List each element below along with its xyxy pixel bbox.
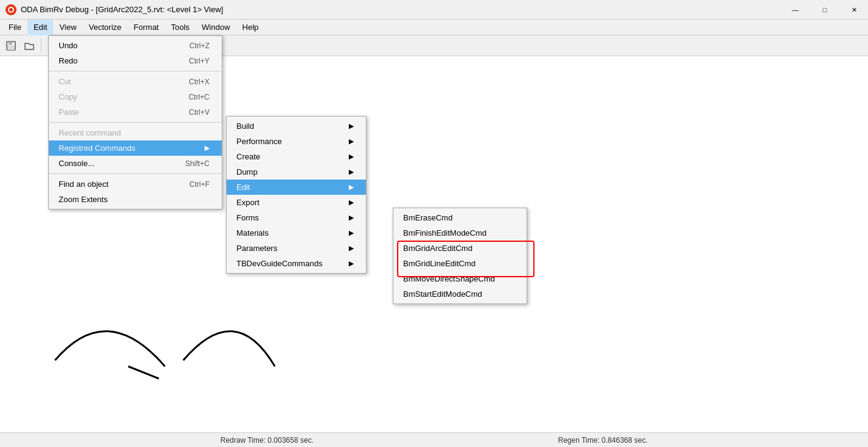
undo-label: Undo [59, 41, 78, 50]
menu-registered-commands[interactable]: Registred Commands ▶ [49, 140, 222, 156]
submenu-export[interactable]: Export ▶ [227, 195, 366, 210]
title-text: ODA BimRv Debug - [GridArc2022_5.rvt: <L… [21, 5, 223, 14]
bmgridarc-label: BmGridArcEditCmd [403, 244, 472, 253]
cmd-bmfinish[interactable]: BmFinishEditModeCmd [393, 225, 527, 241]
export-label: Export [236, 198, 260, 207]
menu-paste: Paste Ctrl+V [49, 104, 222, 120]
materials-arrow: ▶ [349, 229, 354, 237]
svg-line-16 [128, 366, 159, 379]
submenu-dump[interactable]: Dump ▶ [227, 164, 366, 180]
undo-shortcut: Ctrl+Z [189, 42, 210, 50]
toolbar-separator [41, 38, 42, 53]
status-bar: Redraw Time: 0.003658 sec. Regen Time: 0… [0, 432, 868, 447]
menu-bar: File Edit View Vectorize Format Tools Wi… [0, 20, 868, 35]
dump-label: Dump [236, 167, 258, 176]
menu-file[interactable]: File [2, 20, 27, 35]
menu-find-object[interactable]: Find an object Ctrl+F [49, 176, 222, 192]
submenu-build[interactable]: Build ▶ [227, 118, 366, 134]
redo-shortcut: Ctrl+Y [189, 57, 210, 65]
menu-edit[interactable]: Edit [27, 20, 53, 35]
submenu-forms[interactable]: Forms ▶ [227, 210, 366, 225]
menu-tools[interactable]: Tools [165, 20, 195, 35]
submenu-parameters[interactable]: Parameters ▶ [227, 241, 366, 256]
zoom-extents-label: Zoom Extents [59, 195, 108, 204]
performance-arrow: ▶ [349, 137, 354, 145]
copy-label: Copy [59, 92, 77, 101]
create-label: Create [236, 152, 260, 161]
sep2 [49, 122, 222, 123]
svg-rect-5 [7, 46, 15, 50]
cmd-bmgridline[interactable]: BmGridLineEditCmd [393, 256, 527, 271]
tbdevguide-arrow: ▶ [349, 260, 354, 267]
recent-command-label: Recent command [59, 128, 121, 137]
open-button[interactable] [21, 37, 38, 54]
bmmovedirect-label: BmMoveDirectShapeCmd [403, 274, 495, 283]
performance-label: Performance [236, 137, 282, 146]
registered-commands-submenu: Build ▶ Performance ▶ Create ▶ Dump ▶ Ed… [226, 116, 367, 274]
edit-dropdown-menu: Undo Ctrl+Z Redo Ctrl+Y Cut Ctrl+X Copy … [48, 35, 222, 209]
menu-redo[interactable]: Redo Ctrl+Y [49, 53, 222, 68]
cmd-bmstart[interactable]: BmStartEditModeCmd [393, 286, 527, 302]
cmd-bmgridarc[interactable]: BmGridArcEditCmd [393, 241, 527, 256]
bmstart-label: BmStartEditModeCmd [403, 289, 482, 299]
menu-zoom-extents[interactable]: Zoom Extents [49, 192, 222, 207]
title-bar: ODA BimRv Debug - [GridArc2022_5.rvt: <L… [0, 0, 868, 20]
regen-time: Regen Time: 0.846368 sec. [558, 436, 647, 445]
menu-format[interactable]: Format [128, 20, 165, 35]
forms-arrow: ▶ [349, 214, 354, 222]
build-arrow: ▶ [349, 122, 354, 130]
paste-shortcut: Ctrl+V [189, 108, 210, 117]
bmerase-label: BmEraseCmd [403, 213, 453, 222]
console-shortcut: Shift+C [185, 159, 210, 168]
submenu-create[interactable]: Create ▶ [227, 149, 366, 164]
cmd-bmmovedirect[interactable]: BmMoveDirectShapeCmd [393, 271, 527, 286]
cmd-bmerase[interactable]: BmEraseCmd [393, 210, 527, 225]
svg-point-2 [9, 8, 13, 12]
cut-shortcut: Ctrl+X [189, 78, 210, 86]
parameters-label: Parameters [236, 244, 277, 253]
build-label: Build [236, 122, 254, 131]
paste-label: Paste [59, 107, 79, 117]
submenu-edit[interactable]: Edit ▶ [227, 180, 366, 195]
menu-vectorize[interactable]: Vectorize [82, 20, 127, 35]
registered-commands-label: Registred Commands [59, 144, 136, 153]
window-controls: — □ ✕ [781, 0, 868, 20]
bmgridline-label: BmGridLineEditCmd [403, 259, 476, 268]
edit-label: Edit [236, 183, 250, 192]
bmfinish-label: BmFinishEditModeCmd [403, 228, 487, 238]
create-arrow: ▶ [349, 153, 354, 161]
find-object-label: Find an object [59, 180, 109, 189]
sep3 [49, 173, 222, 174]
tbdevguide-label: TBDevGuideCommands [236, 259, 323, 268]
cut-label: Cut [59, 77, 71, 86]
dump-arrow: ▶ [349, 168, 354, 176]
menu-copy: Copy Ctrl+C [49, 89, 222, 104]
sep1 [49, 71, 222, 71]
parameters-arrow: ▶ [349, 244, 354, 252]
submenu-performance[interactable]: Performance ▶ [227, 134, 366, 149]
svg-rect-4 [9, 42, 12, 45]
edit-submenu: BmEraseCmd BmFinishEditModeCmd BmGridArc… [393, 208, 527, 304]
menu-window[interactable]: Window [195, 20, 236, 35]
menu-recent-command: Recent command [49, 125, 222, 140]
submenu-materials[interactable]: Materials ▶ [227, 225, 366, 241]
redo-label: Redo [59, 56, 78, 65]
save-button[interactable] [2, 37, 20, 54]
menu-view[interactable]: View [53, 20, 82, 35]
console-label: Console... [59, 159, 95, 168]
redraw-time: Redraw Time: 0.003658 sec. [221, 436, 314, 445]
find-object-shortcut: Ctrl+F [189, 180, 210, 189]
close-button[interactable]: ✕ [840, 0, 868, 20]
menu-console[interactable]: Console... Shift+C [49, 156, 222, 171]
copy-shortcut: Ctrl+C [189, 93, 210, 101]
maximize-button[interactable]: □ [811, 0, 839, 20]
menu-help[interactable]: Help [236, 20, 265, 35]
app-icon [5, 4, 17, 16]
minimize-button[interactable]: — [781, 0, 809, 20]
registered-commands-arrow: ▶ [205, 144, 210, 152]
submenu-tbdevguide[interactable]: TBDevGuideCommands ▶ [227, 256, 366, 271]
menu-undo[interactable]: Undo Ctrl+Z [49, 38, 222, 53]
menu-cut: Cut Ctrl+X [49, 74, 222, 89]
edit-arrow: ▶ [349, 183, 354, 191]
forms-label: Forms [236, 213, 259, 222]
